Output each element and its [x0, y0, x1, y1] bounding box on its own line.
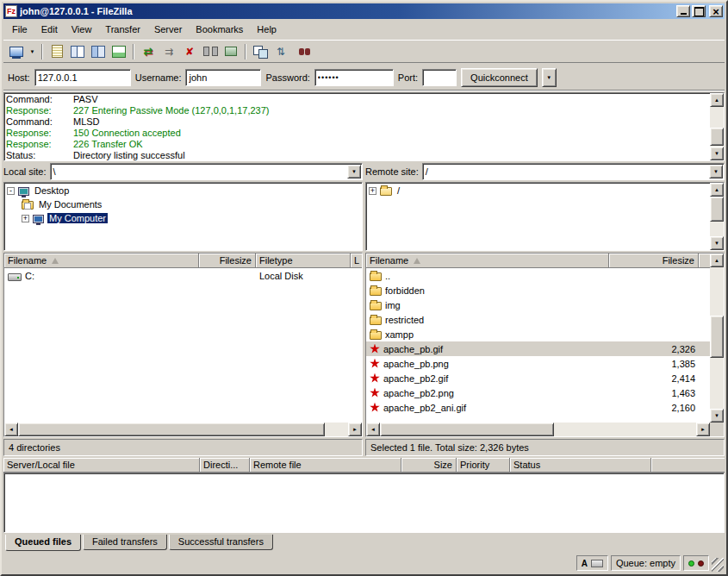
cancel-icon[interactable]: [179, 42, 200, 61]
file-row[interactable]: img: [366, 297, 710, 312]
tab-successful-transfers[interactable]: Successful transfers: [169, 535, 273, 550]
tab-queued-files[interactable]: Queued files: [5, 535, 81, 551]
sync-browse-icon[interactable]: [271, 42, 291, 61]
title-bar[interactable]: Fz john@127.0.0.1 - FileZilla: [3, 3, 725, 19]
menu-file[interactable]: File: [5, 22, 34, 36]
disconnect-icon[interactable]: [200, 42, 221, 61]
file-row[interactable]: forbidden: [366, 283, 710, 297]
file-row[interactable]: apache_pb2_ani.gif2,160: [366, 400, 710, 415]
toggle-queue-icon[interactable]: [109, 42, 129, 61]
local-site-dropdown-icon[interactable]: [347, 165, 361, 178]
queue-body[interactable]: [3, 473, 725, 533]
scroll-thumb[interactable]: [710, 197, 724, 222]
scroll-track[interactable]: [710, 267, 724, 409]
cell-filesize: 1,385: [609, 356, 699, 371]
expander-minus-icon[interactable]: -: [7, 187, 15, 195]
file-row[interactable]: ..: [366, 268, 710, 283]
scroll-thumb[interactable]: [380, 423, 554, 436]
tree-item[interactable]: My Documents: [4, 197, 362, 211]
column-header-name[interactable]: Filename: [4, 254, 199, 268]
dir-compare-icon[interactable]: [250, 42, 271, 61]
queue-column-header[interactable]: Server/Local file: [3, 458, 200, 473]
queue-column-header[interactable]: Directi...: [200, 458, 250, 473]
local-site-combo[interactable]: \: [50, 163, 363, 180]
queue-column-header[interactable]: Size: [401, 458, 457, 473]
host-input[interactable]: [34, 69, 131, 86]
file-row[interactable]: apache_pb.gif2,326: [366, 341, 710, 356]
local-list-body[interactable]: C:Local Disk: [4, 268, 362, 423]
scroll-down-button[interactable]: ▼: [710, 409, 724, 423]
scroll-up-button[interactable]: ▲: [710, 93, 724, 107]
refresh-icon[interactable]: [138, 42, 159, 61]
scroll-down-button[interactable]: ▼: [710, 236, 724, 250]
tree-item[interactable]: -Desktop: [4, 184, 362, 197]
menu-server[interactable]: Server: [147, 22, 189, 36]
toggle-local-tree-icon[interactable]: [67, 42, 88, 61]
scroll-left-button[interactable]: ◄: [4, 423, 18, 436]
quickconnect-button[interactable]: Quickconnect: [461, 68, 538, 87]
scroll-right-button[interactable]: ►: [696, 423, 710, 436]
remote-list-scrollbar[interactable]: ▲▼: [710, 254, 724, 423]
remote-tree-scrollbar[interactable]: ▲▼: [710, 183, 724, 250]
toggle-log-icon[interactable]: [47, 42, 67, 61]
remote-list-body[interactable]: ..forbiddenimgrestrictedxamppapache_pb.g…: [366, 268, 710, 423]
column-header-filesize[interactable]: Filesize: [199, 254, 256, 268]
file-row[interactable]: apache_pb2.gif2,414: [366, 371, 710, 385]
password-input[interactable]: [314, 69, 394, 86]
maximize-button[interactable]: [692, 5, 706, 17]
scroll-thumb[interactable]: [18, 423, 325, 436]
menu-help[interactable]: Help: [250, 22, 283, 36]
scroll-track[interactable]: [380, 423, 696, 436]
remote-list-hscrollbar[interactable]: ◄►: [366, 423, 710, 436]
log-line-label: Status:: [6, 150, 73, 160]
scroll-track[interactable]: [710, 197, 724, 236]
scroll-track[interactable]: [18, 423, 348, 436]
tree-item[interactable]: +/: [366, 184, 710, 197]
minimize-button[interactable]: [676, 5, 690, 17]
file-row[interactable]: C:Local Disk: [4, 268, 362, 283]
remote-site-dropdown-icon[interactable]: [709, 165, 723, 178]
scroll-right-button[interactable]: ►: [348, 423, 362, 436]
resize-grip[interactable]: [712, 558, 724, 572]
username-input[interactable]: [185, 69, 261, 86]
scroll-down-button[interactable]: ▼: [710, 147, 724, 160]
reconnect-icon[interactable]: [221, 42, 241, 61]
scroll-track[interactable]: [710, 107, 724, 147]
process-queue-icon[interactable]: [159, 42, 179, 61]
queue-column-header[interactable]: Status: [510, 458, 651, 473]
find-files-icon[interactable]: [291, 42, 312, 61]
queue-column-header[interactable]: Priority: [457, 458, 510, 473]
port-input[interactable]: [422, 69, 457, 86]
filename-label: apache_pb2.gif: [383, 373, 448, 384]
column-header-lastmod[interactable]: L: [351, 254, 362, 268]
tree-item[interactable]: +My Computer: [4, 211, 362, 225]
menu-transfer[interactable]: Transfer: [98, 22, 147, 36]
expander-plus-icon[interactable]: +: [22, 215, 29, 222]
menu-bookmarks[interactable]: Bookmarks: [189, 22, 250, 36]
column-header-name[interactable]: Filename: [366, 254, 609, 268]
column-header-filetype[interactable]: Filetype: [256, 254, 351, 268]
column-header-filesize[interactable]: Filesize: [609, 254, 699, 268]
file-row[interactable]: apache_pb2.png1,463: [366, 385, 710, 400]
close-button[interactable]: [709, 5, 723, 17]
file-row[interactable]: restricted: [366, 312, 710, 327]
scroll-left-button[interactable]: ◄: [366, 423, 380, 436]
log-scrollbar[interactable]: ▲▼: [710, 93, 724, 160]
site-manager-dropdown-icon[interactable]: [27, 42, 38, 61]
menu-edit[interactable]: Edit: [34, 22, 65, 36]
file-row[interactable]: apache_pb.png1,385: [366, 356, 710, 371]
quickconnect-dropdown-button[interactable]: [542, 68, 557, 87]
scroll-thumb[interactable]: [710, 316, 724, 358]
scroll-up-button[interactable]: ▲: [710, 183, 724, 197]
toggle-remote-tree-icon[interactable]: [88, 42, 109, 61]
queue-column-header[interactable]: Remote file: [250, 458, 401, 473]
scroll-up-button[interactable]: ▲: [710, 254, 724, 267]
local-list-hscrollbar[interactable]: ◄►: [4, 423, 362, 436]
remote-site-combo[interactable]: /: [422, 163, 725, 180]
file-row[interactable]: xampp: [366, 327, 710, 341]
tab-failed-transfers[interactable]: Failed transfers: [83, 535, 167, 550]
scroll-thumb[interactable]: [710, 128, 724, 146]
expander-plus-icon[interactable]: +: [369, 187, 376, 195]
menu-view[interactable]: View: [65, 22, 99, 36]
site-manager-icon[interactable]: [6, 42, 27, 61]
